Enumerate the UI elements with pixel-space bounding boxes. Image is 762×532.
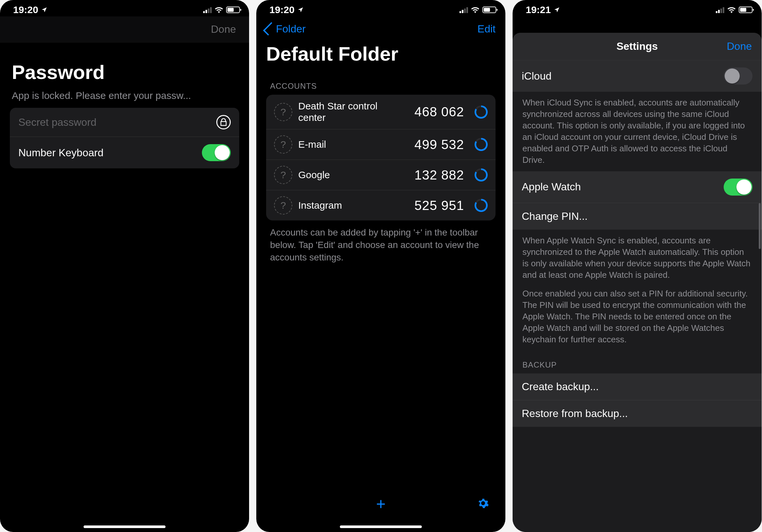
done-button[interactable]: Done [727, 40, 752, 52]
location-icon [554, 7, 560, 13]
icloud-row: iCloud [512, 60, 762, 92]
battery-icon [226, 7, 240, 13]
account-placeholder-icon: ? [274, 103, 292, 121]
wifi-icon [727, 7, 736, 13]
account-row[interactable]: ? E-mail 499 532 [266, 129, 495, 160]
account-code: 132 882 [414, 168, 464, 182]
status-time: 19:21 [526, 4, 551, 15]
account-row[interactable]: ? Death Star control center 468 062 [266, 95, 495, 129]
wifi-icon [471, 7, 480, 13]
restore-backup-button[interactable]: Restore from backup... [512, 400, 762, 427]
apple-watch-row: Apple Watch [512, 171, 762, 203]
change-pin-label: Change PIN... [522, 210, 588, 223]
password-input-row[interactable]: Secret password [10, 108, 239, 137]
account-code: 525 951 [414, 198, 464, 213]
battery-icon [739, 7, 752, 13]
page-subtitle: App is locked. Please enter your passw..… [0, 90, 249, 105]
apple-watch-label: Apple Watch [522, 181, 581, 193]
icloud-description: When iCloud Sync is enabled, accounts ar… [512, 92, 762, 171]
account-name: Death Star control center [298, 100, 408, 123]
apple-watch-section: Apple Watch Change PIN... [512, 171, 762, 230]
apple-watch-toggle[interactable] [724, 178, 752, 196]
done-button[interactable]: Done [211, 23, 236, 35]
screen-settings: 19:21 Settings Done iCloud When iCloud S… [512, 0, 762, 532]
settings-button[interactable] [477, 497, 489, 510]
countdown-ring-icon [475, 168, 488, 181]
status-time: 19:20 [13, 4, 38, 15]
countdown-ring-icon [475, 138, 488, 151]
countdown-ring-icon [475, 105, 488, 119]
edit-button[interactable]: Edit [478, 23, 495, 35]
backup-header: BACKUP [512, 351, 762, 373]
restore-backup-label: Restore from backup... [522, 408, 628, 420]
account-placeholder-icon: ? [274, 196, 292, 215]
password-manager-icon[interactable] [216, 115, 231, 129]
password-input[interactable]: Secret password [18, 116, 216, 128]
chevron-left-icon [263, 22, 276, 35]
password-group: Secret password Number Keyboard [10, 108, 239, 168]
icloud-toggle[interactable] [724, 67, 752, 85]
number-keyboard-toggle[interactable] [202, 144, 231, 161]
icloud-section: iCloud [512, 60, 762, 92]
status-bar: 19:20 [0, 0, 249, 16]
home-indicator[interactable] [340, 525, 422, 528]
apple-watch-description-1: When Apple Watch Sync is enabled, accoun… [512, 230, 762, 286]
accounts-header: ACCOUNTS [256, 72, 505, 95]
account-row[interactable]: ? Instagram 525 951 [266, 190, 495, 221]
gear-icon [477, 497, 489, 509]
account-name: Instagram [298, 200, 408, 211]
screen-password: 19:20 Done Password App is locked. Pleas… [0, 0, 249, 532]
backup-section: Create backup... Restore from backup... [512, 373, 762, 427]
account-name: Google [298, 169, 408, 181]
cellular-icon [203, 7, 212, 13]
account-name: E-mail [298, 139, 408, 150]
cellular-icon [716, 7, 724, 13]
scroll-indicator[interactable] [759, 203, 761, 249]
create-backup-button[interactable]: Create backup... [512, 373, 762, 400]
account-placeholder-icon: ? [274, 166, 292, 184]
status-bar: 19:20 [256, 0, 505, 16]
countdown-ring-icon [475, 199, 488, 212]
page-title: Password [0, 42, 249, 90]
screen-folder: 19:20 Folder Edit Default Folder ACCOUNT… [256, 0, 505, 532]
toolbar: + [256, 491, 505, 517]
accounts-list: ? Death Star control center 468 062 ? E-… [266, 95, 495, 221]
nav-bar: Settings Done [512, 33, 762, 60]
page-title: Default Folder [256, 41, 505, 72]
number-keyboard-label: Number Keyboard [18, 147, 104, 159]
account-placeholder-icon: ? [274, 135, 292, 154]
icloud-label: iCloud [522, 70, 552, 82]
account-row[interactable]: ? Google 132 882 [266, 160, 495, 190]
settings-sheet: Settings Done iCloud When iCloud Sync is… [512, 33, 762, 532]
add-button[interactable]: + [376, 494, 385, 513]
change-pin-button[interactable]: Change PIN... [512, 203, 762, 230]
page-title: Settings [617, 40, 658, 52]
location-icon [297, 7, 304, 13]
nav-bar: Done [0, 16, 249, 42]
status-time: 19:20 [269, 4, 295, 15]
back-label: Folder [276, 23, 306, 35]
accounts-footer: Accounts can be added by tapping '+' in … [256, 221, 505, 269]
create-backup-label: Create backup... [522, 381, 599, 393]
location-icon [41, 7, 47, 13]
account-code: 499 532 [414, 137, 464, 152]
nav-bar: Folder Edit [256, 16, 505, 41]
status-bar: 19:21 [512, 0, 762, 16]
battery-icon [483, 7, 496, 13]
back-button[interactable]: Folder [266, 23, 306, 35]
account-code: 468 062 [414, 104, 464, 119]
cellular-icon [460, 7, 468, 13]
apple-watch-description-2: Once enabled you can also set a PIN for … [512, 286, 762, 351]
number-keyboard-row: Number Keyboard [10, 137, 239, 168]
wifi-icon [214, 7, 223, 13]
home-indicator[interactable] [84, 525, 166, 528]
